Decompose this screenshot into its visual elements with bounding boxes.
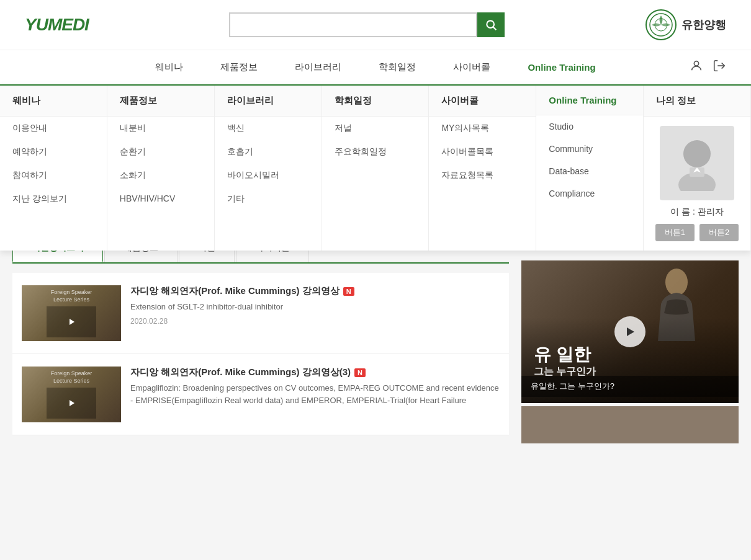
partner-logo-circle: [645, 9, 677, 40]
mega-item-endocrine[interactable]: 내분비: [107, 117, 214, 140]
mega-menu: 웨비나 이용안내 예약하기 참여하기 지난 강의보기 제품정보 내분비 순환기 …: [0, 84, 751, 251]
content-desc-2: Empagliflozin: Broadening perspectives o…: [130, 382, 500, 406]
mega-col-header-schedule: 학회일정: [322, 86, 429, 117]
mega-col-webinar: 웨비나 이용안내 예약하기 참여하기 지난 강의보기: [0, 86, 107, 251]
search-input[interactable]: [229, 12, 477, 37]
mega-col-header-my-info: 나의 정보: [644, 86, 750, 117]
content-thumb-1: Foreign SpeakerLecture Series: [22, 285, 121, 341]
mega-item-circulation[interactable]: 순환기: [107, 140, 214, 164]
mega-item-major-schedule[interactable]: 주요학회일정: [322, 140, 429, 164]
mega-col-header-library: 라이브러리: [215, 86, 322, 117]
mega-item-usage[interactable]: 이용안내: [0, 117, 107, 140]
nav-item-cybercall[interactable]: 사이버콜: [434, 50, 509, 84]
mega-col-header-online-training: Online Training: [536, 86, 643, 115]
logout-icon-button[interactable]: [713, 59, 726, 76]
mega-col-cybercall: 사이버콜 MY의사목록 사이버콜목록 자료요청목록: [429, 86, 536, 251]
mega-item-respiratory[interactable]: 호흡기: [215, 140, 322, 164]
content-title-1: 자디앙 해외연자(Prof. Mike Cummings) 강의영상 N: [130, 285, 500, 297]
video-text-overlay: 유 일한 그는 누구인가: [534, 344, 596, 378]
play-icon: [624, 326, 636, 338]
mega-item-past[interactable]: 지난 강의보기: [0, 187, 107, 211]
nav-icons: [690, 59, 726, 76]
mega-item-studio[interactable]: Studio: [536, 115, 643, 138]
mega-item-biosimilar[interactable]: 바이오시밀러: [215, 164, 322, 187]
svg-marker-12: [70, 400, 74, 406]
new-badge-1: N: [343, 287, 354, 296]
mega-item-database[interactable]: Data-base: [536, 160, 643, 182]
video-widget-2: [521, 406, 739, 443]
content-info-2: 자디앙 해외연자(Prof. Mike Cummings) 강의영상(3) N …: [130, 367, 500, 422]
user-icon: [690, 59, 703, 73]
user-btn-2[interactable]: 버튼2: [699, 224, 739, 241]
content-item-1[interactable]: Foreign SpeakerLecture Series 자디앙 해외연자(P…: [12, 273, 509, 354]
search-icon: [485, 19, 497, 31]
user-btn-1[interactable]: 버튼1: [655, 224, 695, 241]
mega-col-header-product: 제품정보: [107, 86, 214, 117]
video-play-button[interactable]: [614, 316, 645, 347]
search-button[interactable]: [477, 12, 505, 37]
mega-item-digestion[interactable]: 소화기: [107, 164, 214, 187]
mega-item-compliance[interactable]: Compliance: [536, 182, 643, 205]
user-name: 이 름 : 관리자: [670, 207, 724, 218]
svg-point-4: [694, 61, 698, 66]
mega-item-join[interactable]: 참여하기: [0, 164, 107, 187]
user-avatar: [660, 126, 734, 200]
partner-name: 유한양행: [681, 17, 726, 32]
svg-point-0: [487, 20, 495, 28]
mega-item-data-request[interactable]: 자료요청목록: [429, 164, 536, 187]
mega-item-reserve[interactable]: 예약하기: [0, 140, 107, 164]
mega-item-vaccine[interactable]: 백신: [215, 117, 322, 140]
mega-item-hbv[interactable]: HBV/HIV/HCV: [107, 187, 214, 210]
mega-col-schedule: 학회일정 저널 주요학회일정: [322, 86, 429, 251]
partner-logo: 유한양행: [645, 9, 726, 40]
mega-col-online-training: Online Training Studio Community Data-ba…: [536, 86, 644, 251]
mega-col-header-cybercall: 사이버콜: [429, 86, 536, 117]
new-badge-2: N: [354, 368, 366, 377]
logo[interactable]: YUMEDI: [25, 15, 89, 35]
nav-item-library[interactable]: 라이브러리: [276, 50, 360, 84]
nav-item-webinar[interactable]: 웨비나: [137, 50, 202, 84]
content-title-2: 자디앙 해외연자(Prof. Mike Cummings) 강의영상(3) N: [130, 367, 500, 378]
mega-menu-inner: 웨비나 이용안내 예약하기 참여하기 지난 강의보기 제품정보 내분비 순환기 …: [0, 86, 751, 251]
nav-item-online-training[interactable]: Online Training: [509, 51, 614, 84]
svg-marker-11: [70, 319, 74, 325]
video-caption: 유일한. 그는 누구인가?: [521, 376, 739, 397]
svg-line-1: [493, 27, 497, 30]
navigation: 웨비나 제품정보 라이브러리 학회일정 사이버콜 Online Training: [0, 50, 751, 86]
mega-item-journal[interactable]: 저널: [322, 117, 429, 140]
video-main-text: 유 일한: [534, 344, 596, 365]
content-date-1: 2020.02.28: [130, 317, 500, 326]
mega-item-etc[interactable]: 기타: [215, 187, 322, 211]
content-item-2[interactable]: Foreign SpeakerLecture Series 자디앙 해외연자(P…: [12, 354, 509, 435]
content-list: Foreign SpeakerLecture Series 자디앙 해외연자(P…: [12, 273, 509, 435]
mega-col-my-info: 나의 정보 이 름 : 관리자 버튼1: [644, 86, 751, 251]
logout-icon: [713, 59, 726, 73]
header: YUMEDI 유한양행: [0, 0, 751, 50]
user-buttons: 버튼1 버튼2: [655, 224, 739, 241]
mega-item-my-doctor[interactable]: MY의사목록: [429, 117, 536, 140]
content-info-1: 자디앙 해외연자(Prof. Mike Cummings) 강의영상 N Ext…: [130, 285, 500, 341]
avatar-icon: [672, 135, 722, 191]
nav-item-schedule[interactable]: 학회일정: [360, 50, 434, 84]
mega-item-community[interactable]: Community: [536, 138, 643, 160]
content-desc-1: Extension of SGLT-2 inhibitor-dual inhib…: [130, 301, 500, 313]
mega-col-product: 제품정보 내분비 순환기 소화기 HBV/HIV/HCV: [107, 86, 215, 251]
content-thumb-2: Foreign SpeakerLecture Series: [22, 367, 121, 422]
search-area: [229, 12, 505, 37]
video-widget: 유 일한 그는 누구인가 유일한. 그는 누구인가?: [521, 260, 739, 403]
svg-marker-14: [627, 327, 634, 336]
mega-item-cybercall-list[interactable]: 사이버콜목록: [429, 140, 536, 164]
user-section: 이 름 : 관리자 버튼1 버튼2: [644, 117, 750, 251]
svg-point-6: [683, 140, 711, 167]
nav-item-product[interactable]: 제품정보: [202, 50, 276, 84]
user-icon-button[interactable]: [690, 59, 703, 76]
mega-col-header-webinar: 웨비나: [0, 86, 107, 117]
mega-col-library: 라이브러리 백신 호흡기 바이오시밀러 기타: [215, 86, 322, 251]
nav-inner: 웨비나 제품정보 라이브러리 학회일정 사이버콜 Online Training: [0, 50, 751, 84]
